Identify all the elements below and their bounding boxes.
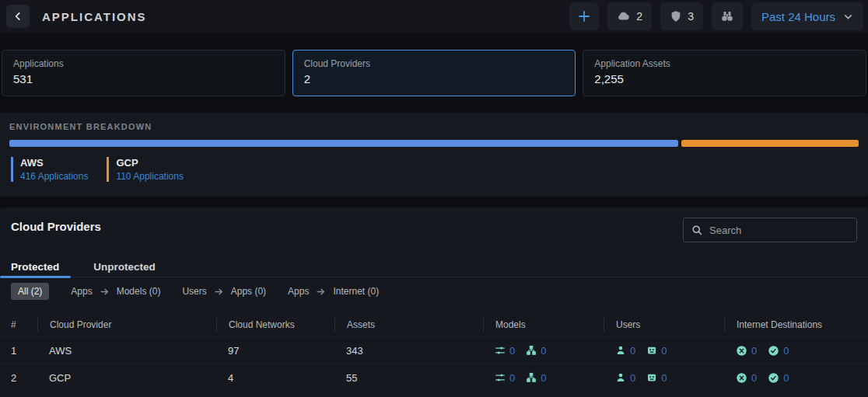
- tabs-bar: Protected Unprotected: [0, 256, 868, 277]
- table-row[interactable]: 1 AWS 97 343 0 0: [0, 336, 868, 364]
- plus-icon: [577, 9, 591, 23]
- stat-value: 0: [509, 345, 515, 357]
- cloud-count: 2: [636, 10, 642, 23]
- stat-card-application-assets[interactable]: Application Assets 2,255: [583, 50, 866, 96]
- col-header-cloud-networks[interactable]: Cloud Networks: [216, 318, 334, 332]
- stat-card-label: Applications: [13, 58, 274, 69]
- stat-value: 0: [661, 345, 667, 357]
- col-header-cloud-provider[interactable]: Cloud Provider: [37, 318, 216, 332]
- filter-from-label: Users: [182, 286, 206, 297]
- aws-bar-segment[interactable]: [9, 140, 678, 147]
- legend-item-gcp: GCP 110 Applications: [107, 157, 184, 182]
- filter-to-label: Internet (0): [333, 286, 379, 297]
- tab-label: Protected: [11, 261, 59, 273]
- stat-value: 0: [661, 372, 667, 384]
- legend-name: AWS: [20, 157, 88, 169]
- models-hierarchy-stat[interactable]: 0: [526, 372, 546, 384]
- stat-card-value: 2,255: [594, 72, 855, 85]
- stat-card-cloud-providers[interactable]: Cloud Providers 2: [292, 50, 576, 96]
- legend-count-link[interactable]: 416 Applications: [20, 171, 88, 182]
- check-circle-icon-stat[interactable]: 0: [768, 345, 789, 357]
- legend-count-link[interactable]: 110 Applications: [116, 171, 184, 182]
- filter-from-label: Apps: [71, 286, 92, 297]
- cell-models: 0 0: [483, 372, 604, 384]
- cell-index: 2: [0, 372, 37, 384]
- cell-users: 0 0: [604, 345, 724, 357]
- stat-card-applications[interactable]: Applications 531: [2, 50, 285, 96]
- cell-cloud-networks: 97: [216, 345, 334, 357]
- arrow-right-icon: [100, 287, 110, 297]
- col-header-assets[interactable]: Assets: [334, 318, 483, 332]
- filter-apps-internet[interactable]: Apps Internet (0): [288, 286, 379, 297]
- stat-value: 0: [751, 345, 757, 357]
- stat-value: 0: [630, 372, 635, 384]
- col-header-models[interactable]: Models: [483, 318, 604, 332]
- models-sliders-stat[interactable]: 0: [495, 345, 515, 357]
- hierarchy-icon: [526, 345, 537, 356]
- col-header-users[interactable]: Users: [604, 318, 724, 332]
- search-box[interactable]: [683, 218, 857, 242]
- users-agents-stat[interactable]: 0: [646, 345, 667, 357]
- stat-card-value: 2: [304, 72, 565, 85]
- tab-label: Unprotected: [93, 261, 156, 273]
- time-range-selector[interactable]: Past 24 Hours: [751, 2, 863, 30]
- environment-stacked-bar: [9, 140, 859, 147]
- add-button[interactable]: [569, 2, 599, 30]
- x-circle-icon: [736, 345, 747, 357]
- cloud-icon: [617, 9, 631, 23]
- internet-blocked-stat[interactable]: 0: [736, 345, 757, 357]
- filter-apps-models[interactable]: Apps Models (0): [71, 286, 160, 297]
- x-circle-icon: [736, 372, 747, 384]
- models-sliders-stat[interactable]: 0: [495, 372, 515, 384]
- tab-protected[interactable]: Protected: [0, 256, 71, 277]
- stat-cards: Applications 531 Cloud Providers 2 Appli…: [2, 50, 866, 96]
- cell-internet-destinations: 0 0: [724, 372, 868, 384]
- users-people-stat[interactable]: 0: [615, 372, 635, 384]
- filter-all[interactable]: All (2): [11, 283, 49, 300]
- stat-value: 0: [783, 345, 789, 357]
- chevron-left-icon: [12, 11, 23, 22]
- internet-blocked-stat[interactable]: 0: [736, 372, 757, 384]
- cell-models: 0 0: [483, 345, 604, 357]
- table-row[interactable]: 2 GCP 4 55 0 0: [0, 364, 868, 391]
- filter-chips: All (2) Apps Models (0) Users Apps (0) A…: [11, 283, 379, 300]
- cloud-providers-panel: Cloud Providers Protected Unprotected Al…: [0, 207, 868, 397]
- sliders-icon: [495, 345, 506, 356]
- environment-breakdown-title: ENVIRONMENT BREAKDOWN: [9, 122, 152, 131]
- cell-users: 0 0: [604, 372, 724, 384]
- shield-count-button[interactable]: 3: [660, 2, 703, 30]
- table-header-row: # Cloud Provider Cloud Networks Assets M…: [0, 313, 868, 336]
- filter-users-apps[interactable]: Users Apps (0): [182, 286, 266, 297]
- discover-button[interactable]: [712, 2, 743, 30]
- cell-assets: 55: [334, 372, 483, 384]
- environment-breakdown-panel: ENVIRONMENT BREAKDOWN AWS 416 Applicatio…: [0, 113, 868, 197]
- cell-index: 1: [0, 345, 37, 357]
- cloud-count-button[interactable]: 2: [607, 2, 652, 30]
- check-circle-icon: [768, 345, 779, 357]
- col-header-internet-destinations[interactable]: Internet Destinations: [724, 318, 868, 332]
- stat-value: 0: [751, 372, 757, 384]
- search-input[interactable]: [709, 225, 834, 236]
- app-header: APPLICATIONS 2 3 Past 24 Hours: [0, 0, 868, 33]
- legend-item-aws: AWS 416 Applications: [11, 157, 88, 182]
- check-circle-icon: [768, 372, 779, 384]
- user-icon: [615, 345, 626, 356]
- internet-allowed-stat[interactable]: 0: [768, 372, 789, 384]
- users-people-stat[interactable]: 0: [615, 345, 635, 357]
- back-button[interactable]: [6, 5, 30, 28]
- stat-value: 0: [541, 372, 546, 384]
- col-header-index[interactable]: #: [0, 318, 37, 332]
- header-actions: 2 3 Past 24 Hours: [569, 2, 863, 30]
- chevron-down-icon: [843, 12, 853, 22]
- page-title: APPLICATIONS: [42, 10, 147, 23]
- tab-unprotected[interactable]: Unprotected: [82, 256, 167, 277]
- time-range-label: Past 24 Hours: [761, 10, 835, 23]
- users-agents-stat[interactable]: 0: [646, 372, 667, 384]
- stat-card-label: Cloud Providers: [304, 58, 565, 69]
- models-hierarchy-stat[interactable]: 0: [526, 345, 546, 357]
- environment-legend: AWS 416 Applications GCP 110 Application…: [11, 157, 184, 182]
- gcp-bar-segment[interactable]: [681, 140, 859, 147]
- stat-value: 0: [783, 372, 789, 384]
- cell-provider: AWS: [37, 345, 216, 357]
- search-icon: [691, 225, 703, 236]
